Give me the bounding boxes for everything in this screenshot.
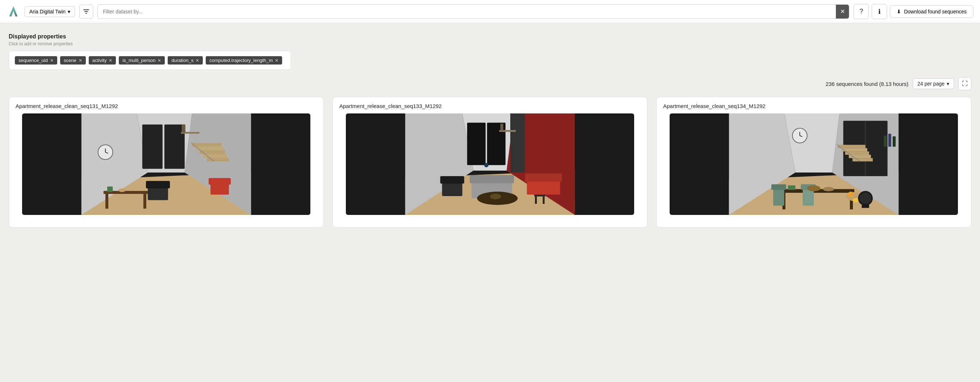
svg-rect-82 xyxy=(884,136,886,147)
svg-rect-57 xyxy=(838,145,865,148)
svg-rect-60 xyxy=(849,155,871,158)
download-button-label: Download found sequences xyxy=(904,9,967,14)
sequence-title: Apartment_release_clean_seq134_M1292 xyxy=(657,97,971,113)
svg-rect-44 xyxy=(534,195,546,197)
tag-label: duration_s xyxy=(171,58,193,63)
filter-icon xyxy=(83,8,89,15)
svg-rect-73 xyxy=(788,185,795,190)
search-input[interactable] xyxy=(98,9,836,14)
svg-rect-8 xyxy=(192,143,221,146)
tag-remove-icon[interactable]: ✕ xyxy=(158,58,161,63)
svg-rect-24 xyxy=(107,187,113,192)
tag-label: computed.trajectory_length_m xyxy=(209,58,273,63)
sequence-thumbnail[interactable] xyxy=(22,113,310,215)
svg-point-77 xyxy=(848,192,854,198)
svg-marker-0 xyxy=(10,6,18,16)
logo-area xyxy=(6,5,20,19)
sequence-thumbnail[interactable] xyxy=(670,113,958,215)
sequence-title: Apartment_release_clean_seq133_M1292 xyxy=(333,97,647,113)
svg-rect-33 xyxy=(467,123,486,165)
filter-icon-button[interactable] xyxy=(79,5,93,19)
svg-point-74 xyxy=(807,185,821,191)
main-content: Displayed properties Click to add or rem… xyxy=(0,23,980,236)
search-clear-button[interactable]: ✕ xyxy=(836,4,849,19)
svg-rect-84 xyxy=(893,136,896,147)
sequence-card: Apartment_release_clean_seq131_M1292 xyxy=(9,97,324,228)
svg-rect-11 xyxy=(203,154,227,158)
tag-label: scene xyxy=(64,58,76,63)
section-subtitle: Click to add or remove properties xyxy=(9,41,971,46)
help-button[interactable]: ? xyxy=(854,4,869,19)
info-button[interactable]: ℹ xyxy=(872,4,887,19)
svg-point-75 xyxy=(823,187,834,191)
sequence-title: Apartment_release_clean_seq131_M1292 xyxy=(9,97,323,113)
tag-label: sequence_uid xyxy=(19,58,48,63)
app-logo xyxy=(6,5,20,19)
svg-rect-39 xyxy=(470,175,514,183)
per-page-selector[interactable]: 24 per page xyxy=(913,78,954,89)
svg-rect-70 xyxy=(772,184,786,190)
property-tag-scene[interactable]: scene✕ xyxy=(60,56,86,64)
results-row: 236 sequences found (8.13 hours) 24 per … xyxy=(9,77,971,90)
svg-rect-20 xyxy=(146,181,170,188)
section-title: Displayed properties xyxy=(9,34,971,40)
svg-point-49 xyxy=(484,163,488,167)
svg-rect-37 xyxy=(525,174,562,182)
svg-rect-83 xyxy=(888,134,891,147)
top-bar-right: ? ℹ ⬇ Download found sequences xyxy=(854,4,974,19)
sequence-thumbnail[interactable] xyxy=(346,113,634,215)
svg-rect-23 xyxy=(143,194,146,209)
svg-rect-35 xyxy=(510,113,525,173)
per-page-label: 24 per page xyxy=(917,81,945,86)
question-icon: ? xyxy=(859,8,863,15)
svg-point-80 xyxy=(859,192,871,205)
sequences-grid: Apartment_release_clean_seq131_M1292 xyxy=(9,97,971,228)
svg-rect-48 xyxy=(501,124,503,131)
navbar: Aria Digital Twin ✕ ? ℹ ⬇ Download found… xyxy=(0,0,980,23)
property-tag-activity[interactable]: activity✕ xyxy=(89,56,116,64)
tag-remove-icon[interactable]: ✕ xyxy=(50,58,54,63)
dataset-selector-label: Aria Digital Twin xyxy=(29,9,65,14)
property-tag-duration_s[interactable]: duration_s✕ xyxy=(168,56,203,64)
svg-rect-6 xyxy=(142,125,162,169)
svg-rect-22 xyxy=(105,194,108,209)
close-icon: ✕ xyxy=(840,8,845,15)
download-sequences-button[interactable]: ⬇ Download found sequences xyxy=(890,5,974,18)
svg-point-43 xyxy=(490,193,501,199)
displayed-properties-section: Displayed properties Click to add or rem… xyxy=(9,34,971,70)
svg-rect-27 xyxy=(182,125,185,133)
svg-point-25 xyxy=(118,189,126,192)
dataset-selector-button[interactable]: Aria Digital Twin xyxy=(25,6,75,17)
svg-rect-18 xyxy=(208,178,231,184)
sequence-card: Apartment_release_clean_seq133_M1292 xyxy=(332,97,648,228)
tag-remove-icon[interactable]: ✕ xyxy=(79,58,82,63)
svg-rect-81 xyxy=(862,205,869,208)
svg-rect-46 xyxy=(543,197,545,204)
svg-rect-45 xyxy=(535,197,537,204)
property-tag-computed-trajectory_length_m[interactable]: computed.trajectory_length_m✕ xyxy=(206,56,282,64)
chevron-down-icon xyxy=(947,81,949,86)
property-tag-is_multi_person[interactable]: is_multi_person✕ xyxy=(119,56,165,64)
expand-icon: ⛶ xyxy=(962,80,968,87)
expand-view-button[interactable]: ⛶ xyxy=(958,77,971,90)
svg-rect-7 xyxy=(164,125,185,169)
svg-rect-69 xyxy=(773,187,784,206)
svg-rect-41 xyxy=(441,176,464,184)
chevron-down-icon xyxy=(68,9,70,14)
properties-box: sequence_uid✕scene✕activity✕is_multi_per… xyxy=(9,51,291,70)
info-icon: ℹ xyxy=(878,8,881,16)
tag-label: is_multi_person xyxy=(123,58,155,63)
tag-remove-icon[interactable]: ✕ xyxy=(109,58,112,63)
tag-remove-icon[interactable]: ✕ xyxy=(275,58,278,63)
search-bar: ✕ xyxy=(97,4,849,19)
tag-label: activity xyxy=(92,58,107,63)
sequence-card: Apartment_release_clean_seq134_M1292 xyxy=(656,97,971,228)
results-count: 236 sequences found (8.13 hours) xyxy=(826,81,908,87)
download-icon: ⬇ xyxy=(897,9,901,14)
tag-remove-icon[interactable]: ✕ xyxy=(196,58,199,63)
property-tag-sequence_uid[interactable]: sequence_uid✕ xyxy=(15,56,57,64)
